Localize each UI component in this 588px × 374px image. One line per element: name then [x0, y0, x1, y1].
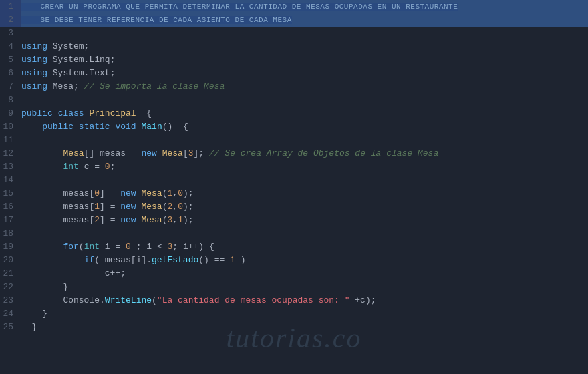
line-content-5: using System.Linq; [21, 53, 588, 67]
line-number-5: 5 [0, 53, 21, 67]
line-number-12: 12 [0, 147, 21, 160]
line-6: 6 using System.Text; [0, 67, 588, 80]
line-5: 5 using System.Linq; [0, 53, 588, 67]
line-9: 9 public class Principal { [0, 107, 588, 120]
line-21: 21 c++; [0, 267, 588, 280]
line-content-23: Console.WriteLine("La cantidad de mesas … [21, 294, 588, 307]
line-22: 22 } [0, 280, 588, 294]
code-editor: 1 CREAR UN PROGRAMA QUE PERMITA DETERMIN… [0, 0, 588, 374]
line-number-1: 1 [0, 0, 21, 13]
line-content-2: SE DEBE TENER REFERENCIA DE CADA ASIENTO… [21, 13, 588, 27]
line-number-6: 6 [0, 67, 21, 80]
line-13: 13 int c = 0; [0, 160, 588, 174]
line-11: 11 [0, 134, 588, 147]
line-content-22: } [21, 280, 588, 294]
line-number-21: 21 [0, 267, 21, 280]
line-10: 10 public static void Main() { [0, 120, 588, 134]
line-number-23: 23 [0, 294, 21, 307]
line-2: 2 SE DEBE TENER REFERENCIA DE CADA ASIEN… [0, 13, 588, 27]
line-number-7: 7 [0, 80, 21, 94]
line-content-1: CREAR UN PROGRAMA QUE PERMITA DETERMINAR… [21, 0, 588, 13]
line-number-4: 4 [0, 40, 21, 53]
code-lines: 1 CREAR UN PROGRAMA QUE PERMITA DETERMIN… [0, 0, 588, 334]
line-content-7: using Mesa; // Se importa la clase Mesa [21, 80, 588, 94]
line-content-9: public class Principal { [21, 107, 588, 120]
line-number-15: 15 [0, 187, 21, 200]
line-23: 23 Console.WriteLine("La cantidad de mes… [0, 294, 588, 307]
line-number-19: 19 [0, 240, 21, 254]
line-20: 20 if( mesas[i].getEstado() == 1 ) [0, 254, 588, 267]
line-number-9: 9 [0, 107, 21, 120]
line-8: 8 [0, 94, 588, 107]
line-number-3: 3 [0, 27, 21, 40]
line-number-20: 20 [0, 254, 21, 267]
line-number-16: 16 [0, 200, 21, 214]
line-4: 4 using System; [0, 40, 588, 53]
line-content-10: public static void Main() { [21, 120, 588, 134]
line-number-22: 22 [0, 280, 21, 294]
line-14: 14 [0, 174, 588, 187]
line-12: 12 Mesa[] mesas = new Mesa[3]; // Se cre… [0, 147, 588, 160]
line-number-11: 11 [0, 134, 21, 147]
line-content-17: mesas[2] = new Mesa(3,1); [21, 214, 588, 227]
line-content-15: mesas[0] = new Mesa(1,0); [21, 187, 588, 200]
line-content-13: int c = 0; [21, 160, 588, 174]
line-number-14: 14 [0, 174, 21, 187]
line-15: 15 mesas[0] = new Mesa(1,0); [0, 187, 588, 200]
line-content-12: Mesa[] mesas = new Mesa[3]; // Se crea A… [21, 147, 588, 160]
line-content-25: } [21, 321, 588, 334]
line-number-17: 17 [0, 214, 21, 227]
line-content-16: mesas[1] = new Mesa(2,0); [21, 200, 588, 214]
line-content-4: using System; [21, 40, 588, 53]
line-number-13: 13 [0, 160, 21, 174]
line-content-19: for(int i = 0 ; i < 3; i++) { [21, 240, 588, 254]
line-number-18: 18 [0, 227, 21, 240]
line-number-25: 25 [0, 321, 21, 334]
line-24: 24 } [0, 307, 588, 321]
line-7: 7 using Mesa; // Se importa la clase Mes… [0, 80, 588, 94]
line-content-6: using System.Text; [21, 67, 588, 80]
line-content-20: if( mesas[i].getEstado() == 1 ) [21, 254, 588, 267]
line-number-2: 2 [0, 13, 21, 27]
line-number-8: 8 [0, 94, 21, 107]
line-18: 18 [0, 227, 588, 240]
line-content-21: c++; [21, 267, 588, 280]
line-16: 16 mesas[1] = new Mesa(2,0); [0, 200, 588, 214]
line-3: 3 [0, 27, 588, 40]
line-19: 19 for(int i = 0 ; i < 3; i++) { [0, 240, 588, 254]
line-17: 17 mesas[2] = new Mesa(3,1); [0, 214, 588, 227]
line-content-24: } [21, 307, 588, 321]
line-number-10: 10 [0, 120, 21, 134]
line-1: 1 CREAR UN PROGRAMA QUE PERMITA DETERMIN… [0, 0, 588, 13]
line-25: 25 } [0, 321, 588, 334]
line-number-24: 24 [0, 307, 21, 321]
